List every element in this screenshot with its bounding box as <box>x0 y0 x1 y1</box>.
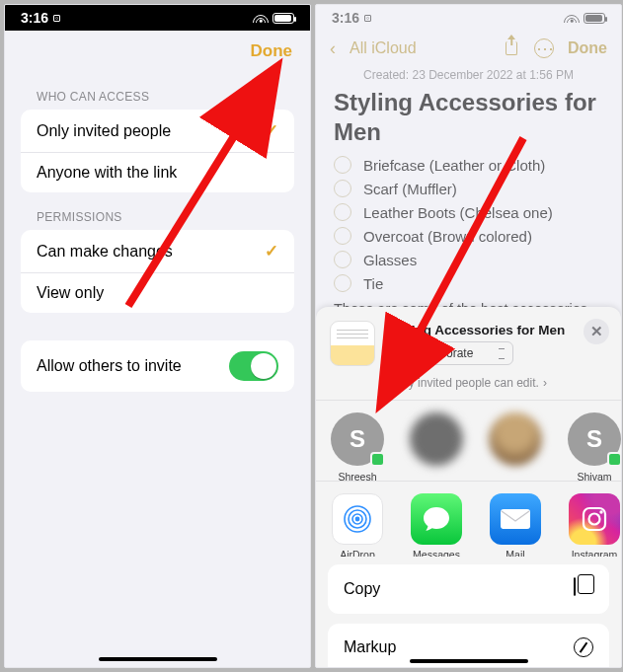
left-phone: 3:16 Done WHO CAN ACCESS Only invited pe… <box>4 4 311 668</box>
close-button[interactable]: ✕ <box>584 319 609 344</box>
share-icon[interactable] <box>503 38 520 58</box>
share-subline[interactable]: Only invited people can edit. › <box>316 374 621 400</box>
created-timestamp: Created: 23 December 2022 at 1:56 PM <box>316 66 621 88</box>
checkbox-icon[interactable] <box>334 156 351 174</box>
done-button[interactable]: Done <box>251 41 293 61</box>
wifi-icon <box>565 13 579 23</box>
checklist-item[interactable]: Overcoat (Brown colored) <box>334 224 603 248</box>
instagram-icon <box>569 493 620 545</box>
presence-badge-icon <box>607 452 621 467</box>
sim-icon <box>53 15 60 22</box>
svg-point-3 <box>355 516 360 521</box>
svg-point-7 <box>599 510 602 513</box>
share-title: Styling Accessories for Men <box>387 323 565 337</box>
collaborate-picker[interactable]: Collaborate <box>387 341 513 365</box>
copy-icon <box>574 578 593 600</box>
checkbox-icon[interactable] <box>334 251 351 268</box>
checklist-item[interactable]: Scarf (Muffler) <box>334 177 603 200</box>
note-title: Styling Accessories for Men <box>334 88 603 147</box>
instagram-app[interactable]: Instagram <box>565 493 621 551</box>
allow-others-row: Allow others to invite <box>21 340 294 392</box>
status-bar: 3:16 <box>5 5 310 31</box>
checkbox-icon[interactable] <box>334 274 351 292</box>
checklist-item[interactable]: Leather Boots (Chelsea one) <box>334 200 603 224</box>
person-icon <box>396 347 407 358</box>
allow-others-list: Allow others to invite <box>21 340 294 392</box>
checklist: Briefcase (Leather or Cloth) Scarf (Muff… <box>334 153 603 295</box>
sheet-header: Done <box>5 31 310 72</box>
checkbox-icon[interactable] <box>334 227 351 245</box>
who-can-access-label: WHO CAN ACCESS <box>5 90 310 110</box>
anyone-with-link-label: Anyone with the link <box>37 164 177 182</box>
anyone-with-link-row[interactable]: Anyone with the link <box>21 152 294 192</box>
can-make-changes-row[interactable]: Can make changes ✓ <box>21 230 294 272</box>
share-sheet-header: Styling Accessories for Men Collaborate … <box>316 307 621 374</box>
checkbox-icon[interactable] <box>334 203 351 221</box>
contact-shreesh[interactable]: S Shreesh <box>328 412 387 473</box>
presence-badge-icon <box>370 452 385 467</box>
who-can-access-list: Only invited people ✓ Anyone with the li… <box>21 110 294 192</box>
apps-row[interactable]: AirDrop Messages Mail <box>316 482 621 557</box>
back-chevron-icon[interactable]: ‹ <box>330 39 336 57</box>
contact-shivam[interactable]: S Shivam <box>565 412 621 473</box>
note-body[interactable]: Styling Accessories for Men Briefcase (L… <box>316 88 621 333</box>
status-bar: 3:16 <box>316 5 621 31</box>
svg-point-6 <box>589 513 600 524</box>
contact-blurred[interactable] <box>486 412 545 473</box>
view-only-label: View only <box>37 284 104 302</box>
contact-blurred[interactable] <box>407 412 466 473</box>
chevron-right-icon: › <box>543 376 547 390</box>
share-sheet: Styling Accessories for Men Collaborate … <box>316 307 621 667</box>
status-time: 3:16 <box>21 10 48 26</box>
allow-others-toggle[interactable] <box>229 351 278 381</box>
checklist-item[interactable]: Briefcase (Leather or Cloth) <box>334 153 603 177</box>
only-invited-row[interactable]: Only invited people ✓ <box>21 110 294 152</box>
navbar: ‹ All iCloud Done <box>316 31 621 66</box>
mail-icon <box>490 493 541 545</box>
right-phone: 3:16 ‹ All iCloud Done Created: 23 Decem… <box>315 4 622 668</box>
view-only-row[interactable]: View only <box>21 272 294 313</box>
actions-list: Copy Markup <box>316 557 621 667</box>
check-icon: ✓ <box>265 120 278 141</box>
people-row[interactable]: S Shreesh S Shivam <box>316 401 621 481</box>
collaborate-label: Collaborate <box>413 346 473 360</box>
more-icon[interactable] <box>534 38 554 58</box>
only-invited-label: Only invited people <box>37 122 171 140</box>
status-time: 3:16 <box>332 10 359 26</box>
check-icon: ✓ <box>265 241 278 261</box>
checkbox-icon[interactable] <box>334 180 351 197</box>
permissions-label: PERMISSIONS <box>5 210 310 230</box>
svg-rect-4 <box>501 509 530 529</box>
can-make-changes-label: Can make changes <box>37 243 173 261</box>
copy-label: Copy <box>344 580 380 598</box>
copy-action[interactable]: Copy <box>328 564 609 614</box>
allow-others-label: Allow others to invite <box>37 357 182 375</box>
home-indicator[interactable] <box>99 657 217 662</box>
messages-icon <box>411 493 462 545</box>
permissions-list: Can make changes ✓ View only <box>21 230 294 313</box>
battery-icon <box>273 13 294 24</box>
checklist-item[interactable]: Glasses <box>334 248 603 271</box>
home-indicator[interactable] <box>410 659 528 664</box>
sim-icon <box>364 15 371 22</box>
done-button[interactable]: Done <box>568 39 607 57</box>
battery-icon <box>584 13 605 24</box>
markup-label: Markup <box>344 638 396 656</box>
mail-app[interactable]: Mail <box>486 493 545 551</box>
checklist-item[interactable]: Tie <box>334 271 603 295</box>
messages-app[interactable]: Messages <box>407 493 466 551</box>
wifi-icon <box>254 13 268 23</box>
notes-app-icon <box>330 321 375 366</box>
markup-icon <box>574 637 593 657</box>
airdrop-icon <box>332 493 383 545</box>
back-label[interactable]: All iCloud <box>350 39 417 57</box>
airdrop-app[interactable]: AirDrop <box>328 493 387 551</box>
